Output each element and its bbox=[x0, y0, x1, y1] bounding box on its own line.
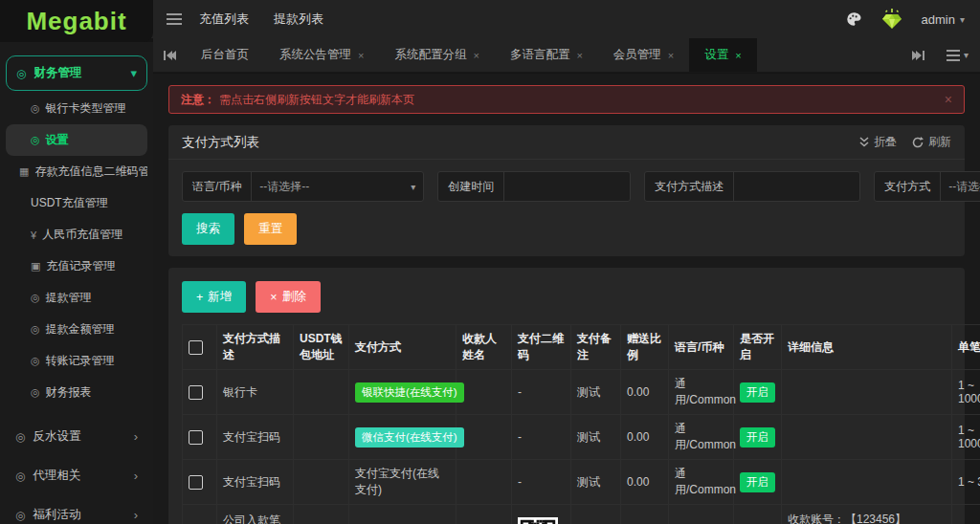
donut-icon: ◎ bbox=[16, 67, 26, 80]
sidebar-items: ◎银行卡类型管理◎设置▦存款充值信息二维码管理USDT充值管理¥人民币充值管理▣… bbox=[6, 91, 147, 414]
language-select[interactable]: --请选择--▾ bbox=[251, 172, 423, 201]
sidebar-section-header-代理相关[interactable]: ◎代理相关› bbox=[6, 459, 147, 492]
reset-button[interactable]: 重置 bbox=[244, 213, 297, 245]
tabs-scroll-right-icon[interactable] bbox=[902, 50, 935, 61]
app-logo[interactable]: Megabit bbox=[0, 0, 153, 42]
sidebar-section-header-反水设置[interactable]: ◎反水设置› bbox=[6, 420, 147, 453]
search-button[interactable]: 搜索 bbox=[182, 213, 234, 245]
tabs-scroll-left-icon[interactable] bbox=[153, 38, 186, 72]
cell-language: 简体中文 bbox=[669, 505, 734, 524]
tab-多语言配置[interactable]: 多语言配置× bbox=[495, 38, 598, 72]
cell-method: USDT支付(公司入款) bbox=[349, 505, 457, 524]
double-chevron-down-icon bbox=[859, 137, 869, 147]
column-header-收款人姓名: 收款人姓名 bbox=[457, 325, 512, 370]
row-checkbox[interactable] bbox=[189, 430, 203, 445]
tabs-menu-icon[interactable]: ▾ bbox=[935, 50, 980, 61]
row-checkbox[interactable] bbox=[189, 385, 203, 400]
select-all-checkbox[interactable] bbox=[189, 340, 203, 355]
app-root: Megabit 充值列表提款列表 admin ▾ 后台首页系统公告管理×系统配置… bbox=[0, 0, 980, 524]
row-checkbox[interactable] bbox=[189, 475, 203, 490]
cell-ratio: 3.00 bbox=[621, 505, 669, 524]
tab-close-icon[interactable]: × bbox=[576, 50, 582, 61]
tab-会员管理[interactable]: 会员管理× bbox=[598, 38, 689, 72]
table-row: 公司入款笔笔存送3%，无上限USDT支付(公司入款)张三测试3.00简体中文开启… bbox=[183, 505, 980, 524]
filter-actions: 搜索 重置 bbox=[182, 213, 951, 245]
column-header-详细信息: 详细信息 bbox=[782, 325, 952, 370]
refresh-button[interactable]: 刷新 bbox=[912, 134, 951, 150]
sidebar-item-提款金额管理[interactable]: ◎提款金额管理 bbox=[6, 314, 147, 345]
tab-close-icon[interactable]: × bbox=[358, 50, 364, 61]
topnav-link[interactable]: 提款列表 bbox=[274, 11, 323, 28]
created-time-input[interactable] bbox=[503, 172, 630, 201]
sidebar-item-转账记录管理[interactable]: ◎转账记录管理 bbox=[6, 345, 147, 377]
sidebar-item-充值记录管理[interactable]: ▣充值记录管理 bbox=[6, 251, 147, 282]
delete-button[interactable]: × 删除 bbox=[256, 281, 320, 313]
cell-method: 支付宝支付(在线支付) bbox=[349, 460, 457, 505]
tab-后台首页[interactable]: 后台首页 bbox=[186, 38, 264, 72]
sidebar-section-header-财务管理[interactable]: ◎财务管理▾ bbox=[6, 55, 147, 91]
sidebar-section-header-福利活动[interactable]: ◎福利活动› bbox=[6, 498, 147, 524]
column-header-支付二维码: 支付二维码 bbox=[512, 325, 571, 370]
donut-icon: ◎ bbox=[31, 355, 40, 367]
cell-limit: 1 ~ 3000 bbox=[952, 460, 980, 505]
column-header-支付备注: 支付备注 bbox=[571, 325, 621, 370]
created-time-label: 创建时间 bbox=[438, 179, 503, 195]
cell-remark: 测试 bbox=[571, 460, 621, 505]
payment-table: 支付方式描述USDT钱包地址支付方式收款人姓名支付二维码支付备注赠送比例语言/币… bbox=[182, 324, 980, 524]
tab-设置[interactable]: 设置× bbox=[689, 38, 756, 72]
cell-payee bbox=[457, 415, 512, 460]
add-button[interactable]: + 新增 bbox=[182, 281, 246, 313]
tab-close-icon[interactable]: × bbox=[473, 50, 479, 61]
sidebar-item-提款管理[interactable]: ◎提款管理 bbox=[6, 282, 147, 314]
status-badge[interactable]: 开启 bbox=[740, 427, 775, 448]
tab-系统配置分组[interactable]: 系统配置分组× bbox=[379, 38, 494, 72]
method-badge: 银联快捷(在线支付) bbox=[355, 382, 464, 403]
sidebar-item-USDT充值管理[interactable]: USDT充值管理 bbox=[6, 187, 147, 219]
tab-close-icon[interactable]: × bbox=[735, 50, 741, 61]
tab-系统公告管理[interactable]: 系统公告管理× bbox=[264, 38, 379, 72]
cell-qr bbox=[512, 505, 571, 524]
sidebar-item-存款充值信息二维码管理[interactable]: ▦存款充值信息二维码管理 bbox=[6, 156, 147, 187]
status-badge[interactable]: 开启 bbox=[740, 472, 775, 492]
cell-detail bbox=[782, 415, 952, 460]
donut-icon: ◎ bbox=[31, 292, 40, 304]
sidebar-item-财务报表[interactable]: ◎财务报表 bbox=[6, 377, 147, 408]
main-content: 注意： 需点击右侧刷新按钮文字才能刷新本页 × 支付方式列表 折叠 刷新 bbox=[153, 74, 980, 524]
tabbar: 后台首页系统公告管理×系统配置分组×多语言配置×会员管理×设置× ▾ bbox=[153, 38, 980, 73]
cell-remark: 测试 bbox=[571, 505, 621, 524]
table-row: 银行卡银联快捷(在线支付)-测试0.00通用/Common开启1 ~ 10000 bbox=[183, 370, 980, 415]
sidebar-item-银行卡类型管理[interactable]: ◎银行卡类型管理 bbox=[6, 93, 147, 124]
cell-payee bbox=[457, 460, 512, 505]
filter-method: 支付方式 --请选择--▾ bbox=[874, 171, 980, 202]
sidebar-item-设置[interactable]: ◎设置 bbox=[6, 124, 147, 156]
donut-icon: ◎ bbox=[31, 386, 40, 399]
sidebar-item-人民币充值管理[interactable]: ¥人民币充值管理 bbox=[6, 219, 147, 251]
donut-icon: ◎ bbox=[15, 430, 25, 444]
method-desc-input[interactable] bbox=[733, 172, 859, 201]
cell-payee: 张三 bbox=[457, 505, 512, 524]
gem-diamond-icon[interactable] bbox=[880, 8, 904, 31]
cell-qr: - bbox=[512, 415, 571, 460]
sidebar-item-label: 提款管理 bbox=[46, 290, 92, 306]
collapse-button[interactable]: 折叠 bbox=[859, 134, 897, 150]
table-header-row: 支付方式描述USDT钱包地址支付方式收款人姓名支付二维码支付备注赠送比例语言/币… bbox=[183, 325, 980, 370]
table-toolbar: + 新增 × 删除 bbox=[168, 268, 965, 324]
sidebar-item-label: 转账记录管理 bbox=[46, 353, 115, 369]
cell-ratio: 0.00 bbox=[621, 460, 669, 505]
chevron-down-icon: ▾ bbox=[411, 182, 415, 192]
filter-row: 语言/币种 --请选择--▾ 创建时间 支付方式描述 支付方式 bbox=[182, 171, 951, 202]
user-menu[interactable]: admin ▾ bbox=[922, 12, 965, 27]
table-row: 支付宝扫码支付宝支付(在线支付)-测试0.00通用/Common开启1 ~ 30… bbox=[183, 460, 980, 505]
topnav-link[interactable]: 充值列表 bbox=[199, 11, 249, 28]
cell-language: 通用/Common bbox=[669, 460, 734, 505]
hamburger-menu-icon[interactable] bbox=[167, 13, 182, 25]
theme-palette-icon[interactable] bbox=[845, 11, 862, 28]
username: admin bbox=[922, 12, 955, 27]
tab-close-icon[interactable]: × bbox=[668, 50, 674, 61]
alert-close-icon[interactable]: × bbox=[945, 92, 952, 107]
cell-desc: 银行卡 bbox=[217, 370, 294, 415]
table-wrapper: 支付方式描述USDT钱包地址支付方式收款人姓名支付二维码支付备注赠送比例语言/币… bbox=[168, 324, 965, 524]
method-select[interactable]: --请选择--▾ bbox=[940, 172, 980, 201]
status-badge[interactable]: 开启 bbox=[740, 382, 775, 403]
sidebar-section-label: 反水设置 bbox=[33, 428, 80, 445]
